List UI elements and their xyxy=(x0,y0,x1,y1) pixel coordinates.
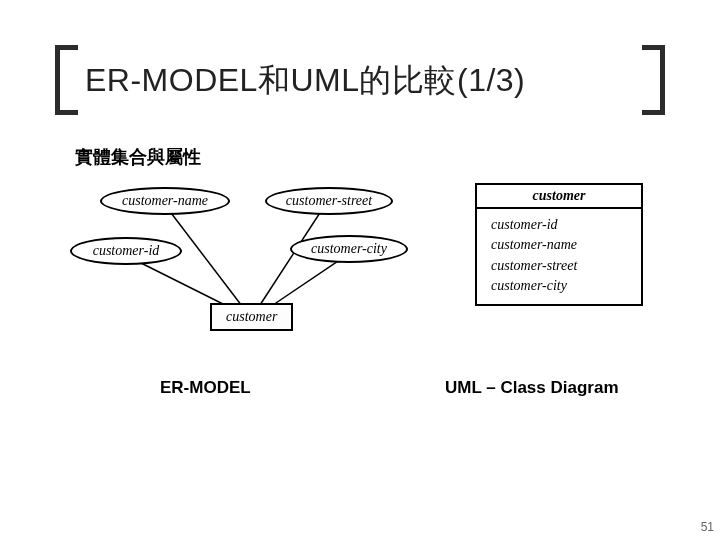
er-entity: customer xyxy=(210,303,293,331)
section-subtitle: 實體集合與屬性 xyxy=(75,145,201,169)
svg-line-0 xyxy=(165,205,245,310)
uml-class-box: customer customer-id customer-name custo… xyxy=(475,183,643,306)
page-number: 51 xyxy=(701,520,714,534)
uml-attr-item: customer-name xyxy=(491,235,627,255)
slide-title: ER-MODEL和UML的比較(1/3) xyxy=(55,50,665,110)
uml-attr-item: customer-city xyxy=(491,276,627,296)
uml-attr-item: customer-id xyxy=(491,215,627,235)
uml-attr-list: customer-id customer-name customer-stree… xyxy=(477,209,641,304)
er-attr-street: customer-street xyxy=(265,187,393,215)
er-attr-name: customer-name xyxy=(100,187,230,215)
er-attr-id: customer-id xyxy=(70,237,182,265)
er-caption: ER-MODEL xyxy=(160,378,251,398)
slide: ER-MODEL和UML的比較(1/3) 實體集合與屬性 customer-na… xyxy=(0,0,720,540)
bracket-right-icon xyxy=(641,45,665,115)
uml-attr-item: customer-street xyxy=(491,256,627,276)
uml-class-name: customer xyxy=(477,185,641,209)
title-bracket-frame: ER-MODEL和UML的比較(1/3) xyxy=(55,50,665,120)
bracket-left-icon xyxy=(55,45,79,115)
diagram-area: customer-name customer-id customer-stree… xyxy=(70,175,650,355)
er-attr-city: customer-city xyxy=(290,235,408,263)
uml-caption: UML – Class Diagram xyxy=(445,378,619,398)
